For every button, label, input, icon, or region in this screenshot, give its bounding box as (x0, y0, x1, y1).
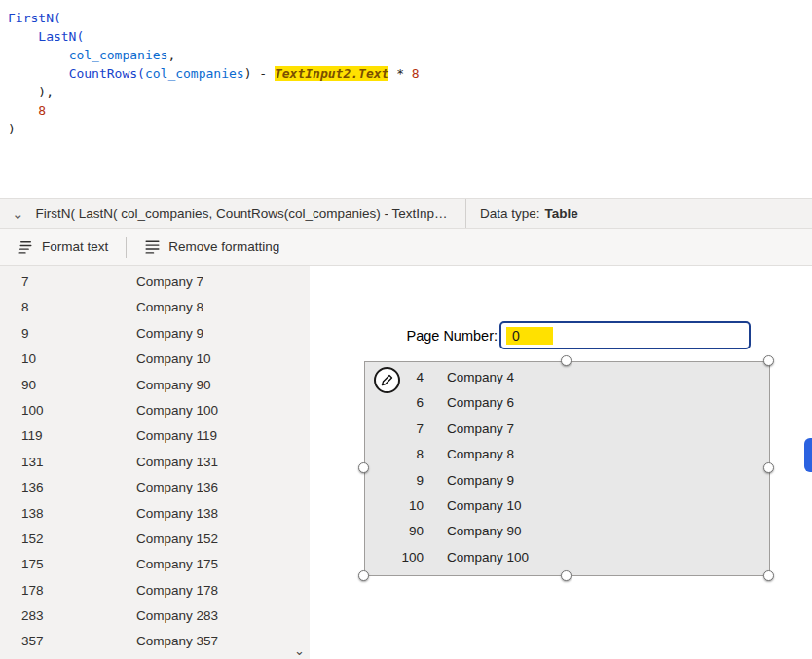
table-row[interactable]: 4Company 4 (365, 365, 769, 390)
table-row: 131Company 131 (0, 450, 310, 475)
remove-formatting-icon (144, 238, 161, 255)
table-row: 7Company 7 (0, 270, 310, 295)
table-row: 9Company 9 (0, 321, 310, 347)
table-row: 136Company 136 (0, 475, 310, 500)
table-row: 152Company 152 (0, 527, 310, 552)
selection-handle-bottom-left[interactable] (358, 570, 369, 581)
page-number-value: 0 (506, 327, 553, 345)
table-row: 8Company 8 (0, 295, 310, 320)
table-row[interactable]: 8Company 8 (365, 442, 769, 467)
gallery-control[interactable]: 4Company 46Company 67Company 78Company 8… (364, 361, 770, 576)
page-number-label: Page Number: (405, 328, 498, 344)
result-preview-panel: 7Company 78Company 89Company 910Company … (0, 266, 310, 659)
table-row: 119Company 119 (0, 423, 310, 449)
scroll-down-icon[interactable]: ⌄ (294, 643, 305, 658)
remove-formatting-label: Remove formatting (168, 239, 279, 254)
table-row[interactable]: 6Company 6 (365, 390, 769, 416)
selection-handle-top-center[interactable] (561, 355, 572, 366)
pencil-icon (380, 373, 394, 387)
table-row[interactable]: 9Company 9 (365, 468, 769, 494)
data-type-label: Data type: (480, 206, 540, 221)
formula-summary-text: FirstN( LastN( col_companies, CountRows(… (36, 206, 448, 221)
edit-gallery-button[interactable] (374, 367, 400, 393)
formula-editor[interactable]: FirstN( LastN( col_companies, CountRows(… (0, 0, 812, 198)
data-type-value: Table (545, 206, 578, 221)
selection-handle-mid-right[interactable] (763, 462, 774, 473)
table-row[interactable]: 10Company 10 (365, 494, 769, 519)
powerapps-editor: FirstN( LastN( col_companies, CountRows(… (0, 0, 812, 659)
formula-summary-bar: ⌄ FirstN( LastN( col_companies, CountRow… (0, 198, 812, 229)
chevron-down-icon[interactable]: ⌄ (12, 206, 24, 221)
table-row: 175Company 175 (0, 552, 310, 577)
collapsed-panel-handle[interactable] (804, 438, 812, 472)
table-row: 178Company 178 (0, 578, 310, 604)
selection-handle-mid-left[interactable] (358, 462, 369, 473)
formatting-toolbar: Format text Remove formatting (0, 229, 812, 266)
table-row: 283Company 283 (0, 604, 310, 629)
gallery-rows: 4Company 46Company 67Company 78Company 8… (365, 365, 769, 570)
table-row[interactable]: 7Company 7 (365, 417, 769, 442)
data-type-section: Data type: Table (465, 199, 578, 228)
selection-handle-bottom-right[interactable] (763, 570, 774, 581)
selection-handle-top-right[interactable] (763, 355, 774, 366)
page-number-input[interactable]: 0 (499, 321, 751, 349)
table-row: 357Company 357 (0, 629, 310, 654)
formula-code: FirstN( LastN( col_companies, CountRows(… (8, 9, 812, 138)
table-row: 90Company 90 (0, 373, 310, 398)
toolbar-divider (126, 237, 127, 258)
table-row[interactable]: 90Company 90 (365, 519, 769, 544)
table-row[interactable]: 100Company 100 (365, 545, 769, 570)
remove-formatting-button[interactable]: Remove formatting (144, 238, 279, 255)
format-text-button[interactable]: Format text (18, 238, 108, 255)
selection-handle-bottom-center[interactable] (561, 570, 572, 581)
preview-table: 7Company 78Company 89Company 910Company … (0, 270, 310, 655)
format-text-label: Format text (42, 239, 108, 254)
table-row: 138Company 138 (0, 501, 310, 527)
table-row: 10Company 10 (0, 347, 310, 372)
table-row: 100Company 100 (0, 398, 310, 423)
format-text-icon (18, 238, 34, 255)
